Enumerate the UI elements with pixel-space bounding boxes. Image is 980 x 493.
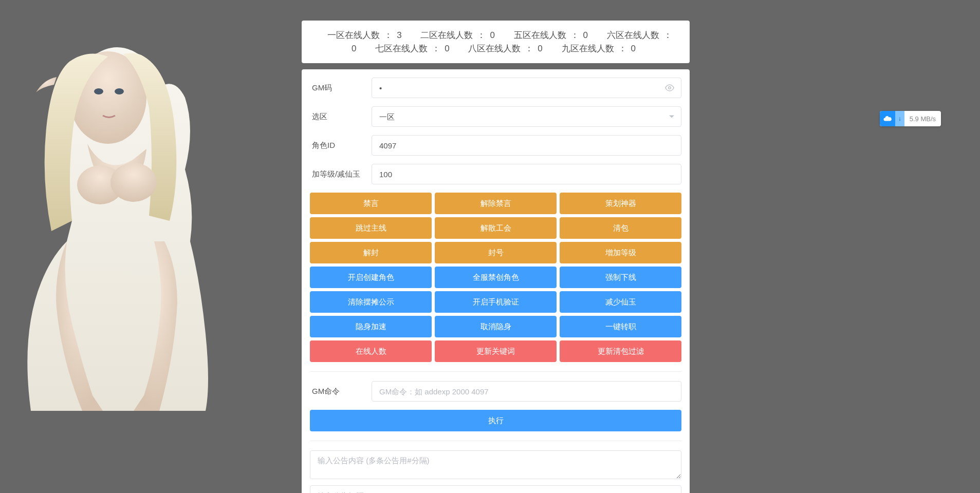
svg-point-2 [110,163,157,202]
clear-bag-button[interactable]: 清包 [560,217,681,239]
download-arrow-icon: ↓ [895,111,904,126]
add-level-button[interactable]: 增加等级 [560,242,681,263]
svg-point-5 [669,87,671,89]
zone-status: 八区在线人数：0 [464,44,546,53]
zone-status: 二区在线人数：0 [416,30,498,40]
gm-form-card: GM码 选区 一区 角色ID 加等级/减仙玉 [302,69,690,493]
notice-content-input[interactable] [310,450,681,479]
online-count-button[interactable]: 在线人数 [310,340,432,362]
zone-label: 选区 [310,112,372,122]
divider [310,441,681,441]
enable-create-role-button[interactable]: 开启创建角色 [310,267,432,288]
notice-interval-input[interactable] [310,485,681,493]
zone-status: 一区在线人数：3 [323,30,405,40]
zone-status: 七区在线人数：0 [371,44,453,53]
cancel-stealth-button[interactable]: 取消隐身 [435,316,557,337]
zone-status: 五区在线人数：0 [510,30,592,40]
update-keywords-button[interactable]: 更新关键词 [435,340,557,362]
zone-status: 九区在线人数：0 [558,44,640,53]
gm-cmd-input[interactable] [372,381,681,402]
download-speed-widget[interactable]: ↓ 5.9 MB/s [880,111,941,126]
skip-main-button[interactable]: 跳过主线 [310,217,432,239]
main-panel: 一区在线人数：3 二区在线人数：0 五区在线人数：0 六区在线人数：0 七区在线… [302,21,690,493]
ban-button[interactable]: 封号 [435,242,557,263]
gm-cmd-label: GM命令 [310,387,372,396]
svg-point-4 [115,88,124,94]
level-input[interactable] [372,164,681,184]
level-label: 加等级/减仙玉 [310,169,372,179]
unban-button[interactable]: 解封 [310,242,432,263]
stealth-speed-button[interactable]: 隐身加速 [310,316,432,337]
eye-icon[interactable] [665,83,674,92]
character-portrait [0,26,216,411]
download-speed-text: 5.9 MB/s [904,115,941,123]
disband-guild-button[interactable]: 解散工会 [435,217,557,239]
mute-button[interactable]: 禁言 [310,193,432,214]
one-click-reclass-button[interactable]: 一键转职 [560,316,681,337]
role-id-label: 角色ID [310,141,372,150]
svg-point-0 [69,51,146,144]
unmute-button[interactable]: 解除禁言 [435,193,557,214]
gm-code-input[interactable] [372,78,681,98]
enable-phone-verify-button[interactable]: 开启手机验证 [435,291,557,313]
update-clearbag-filter-button[interactable]: 更新清包过滤 [560,340,681,362]
zone-select[interactable]: 一区 [372,106,681,127]
cloud-icon [880,111,895,126]
divider [310,371,681,372]
role-id-input[interactable] [372,135,681,156]
svg-point-3 [94,88,103,94]
online-status-bar: 一区在线人数：3 二区在线人数：0 五区在线人数：0 六区在线人数：0 七区在线… [302,21,690,63]
reduce-xianyu-button[interactable]: 减少仙玉 [560,291,681,313]
disable-create-role-button[interactable]: 全服禁创角色 [435,267,557,288]
svg-point-1 [77,165,123,204]
gm-code-label: GM码 [310,83,372,93]
force-offline-button[interactable]: 强制下线 [560,267,681,288]
clear-stall-notice-button[interactable]: 清除摆摊公示 [310,291,432,313]
execute-button[interactable]: 执行 [310,410,681,431]
planner-artifact-button[interactable]: 策划神器 [560,193,681,214]
